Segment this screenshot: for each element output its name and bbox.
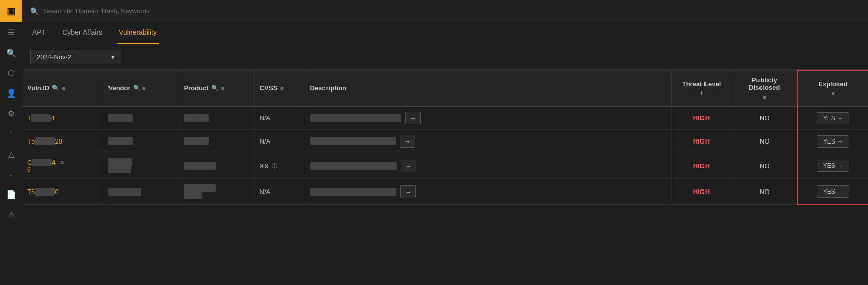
publicly-disclosed-filter-icon[interactable]: ≡ bbox=[763, 94, 766, 100]
cell-threat-1: HIGH bbox=[671, 107, 732, 130]
topbar-search-icon: 🔍 bbox=[30, 7, 39, 15]
download-icon[interactable]: ↓ bbox=[0, 164, 22, 184]
cell-product-2: M■■■■0 bbox=[179, 130, 254, 153]
cell-desc-2: Op■■■■■■■■■■■■d Vu■■■■ → bbox=[305, 130, 671, 153]
topbar: 🔍 bbox=[22, 0, 868, 22]
app-logo[interactable]: ▣ bbox=[0, 0, 22, 22]
cell-cvss-2: N/A bbox=[254, 130, 305, 153]
threat-badge-3: HIGH bbox=[693, 162, 710, 170]
th-threat-level-label: Threat Level bbox=[682, 80, 721, 88]
cell-product-4: A■■■■■■d vx■■■ bbox=[179, 179, 254, 205]
public-badge-2: NO bbox=[760, 137, 770, 145]
cell-vendor-3: F■■■■o N■■■ks bbox=[103, 153, 179, 179]
cell-vendor-4: Ar■■■■■ks bbox=[103, 179, 179, 205]
filter-row: 2024-Nov-2 ▾ bbox=[22, 44, 868, 70]
alert-icon[interactable]: ⚠ bbox=[0, 204, 22, 224]
date-dropdown[interactable]: 2024-Nov-2 ▾ bbox=[30, 50, 121, 64]
exploited-filter-icon[interactable]: ≡ bbox=[831, 90, 834, 97]
vuln-id-link-3[interactable]: C■■■■■4 bbox=[27, 159, 56, 166]
info-icon-3[interactable]: ⓘ bbox=[272, 162, 277, 170]
cell-public-1: NO bbox=[732, 107, 797, 130]
main-content: 🔍 APT Cyber Affairs Vulnerability 2024-N… bbox=[22, 0, 868, 285]
public-badge-3: NO bbox=[760, 162, 770, 170]
th-product: Product 🔍 ≡ bbox=[179, 70, 254, 107]
table-row: C■■■■■4 ⧉ 6 F■■■■o N■■■ks E■■■■■■n bbox=[22, 153, 868, 179]
th-cvss-label: CVSS bbox=[260, 84, 278, 92]
cell-cvss-4: N/A bbox=[254, 179, 305, 205]
vuln-id-link-4[interactable]: T5■■■■■0 bbox=[27, 188, 59, 196]
cell-exploit-1: YES → bbox=[797, 107, 868, 130]
th-exploited: Exploited ≡ bbox=[797, 70, 868, 107]
cell-public-4: NO bbox=[732, 179, 797, 205]
th-threat-level: Threat Level ⬇ bbox=[671, 70, 732, 107]
cell-desc-3: An■■■■■■■■■■■■in Pa■■■■ → bbox=[305, 153, 671, 179]
search-icon[interactable]: 🔍 bbox=[0, 42, 22, 63]
exploited-yes-btn-3[interactable]: YES → bbox=[817, 160, 849, 172]
desc-arrow-btn-1[interactable]: → bbox=[405, 112, 421, 124]
cvss-filter-icon[interactable]: ≡ bbox=[280, 85, 283, 91]
upload-icon[interactable]: ↑ bbox=[0, 123, 22, 144]
cell-public-2: NO bbox=[732, 130, 797, 153]
desc-arrow-btn-4[interactable]: → bbox=[400, 185, 416, 198]
list-icon[interactable]: ☰ bbox=[0, 22, 22, 42]
cell-vuln-id-2: T5■■■■■20 bbox=[22, 130, 103, 153]
th-description: Description bbox=[305, 70, 671, 107]
cell-product-3: E■■■■■■n bbox=[179, 153, 254, 179]
cell-vuln-id-4: T5■■■■■0 bbox=[22, 179, 103, 205]
public-badge-1: NO bbox=[760, 114, 770, 122]
th-vuln-id: Vuln.ID 🔍 ≡ bbox=[22, 70, 103, 107]
product-search-icon[interactable]: 🔍 bbox=[211, 85, 219, 91]
dropdown-arrow-icon: ▾ bbox=[111, 53, 115, 61]
vuln-id-filter-icon[interactable]: ≡ bbox=[62, 85, 65, 91]
search-input[interactable] bbox=[44, 7, 860, 15]
cell-vendor-1: Op■■■d bbox=[103, 107, 179, 130]
vuln-id-link-2[interactable]: T5■■■■■20 bbox=[27, 137, 62, 145]
table-row: T5■■■■■0 Ar■■■■■ks A■■■■■■d vx■■■ N/A Ar… bbox=[22, 179, 868, 205]
desc-arrow-btn-2[interactable]: → bbox=[400, 135, 415, 148]
cell-desc-4: Arr■■■■■■■■■■■■h Re■■■■ → bbox=[305, 179, 671, 205]
document-icon[interactable]: 📄 bbox=[0, 184, 22, 204]
threat-badge-1: HIGH bbox=[693, 114, 710, 122]
vuln-id-link-1[interactable]: T■■■■■4 bbox=[27, 114, 55, 122]
th-publicly-disclosed: Publicly Disclosed ≡ bbox=[732, 70, 797, 107]
cell-vuln-id-3: C■■■■■4 ⧉ 6 bbox=[22, 153, 103, 179]
exploited-yes-btn-4[interactable]: YES → bbox=[817, 185, 849, 198]
table-row: T■■■■■4 Op■■■d M■■■■0 N/A Op■■■■■■■■■■■■… bbox=[22, 107, 868, 130]
exploited-yes-btn-1[interactable]: YES → bbox=[817, 112, 849, 124]
vuln-id-search-icon[interactable]: 🔍 bbox=[52, 85, 59, 91]
nav-tabs: APT Cyber Affairs Vulnerability bbox=[22, 22, 868, 44]
settings-cog-icon[interactable]: ⚙ bbox=[0, 103, 22, 123]
cell-cvss-3: 9.9 ⓘ bbox=[254, 153, 305, 179]
tab-vulnerability[interactable]: Vulnerability bbox=[117, 22, 159, 44]
vendor-filter-icon[interactable]: ≡ bbox=[143, 85, 146, 91]
public-badge-4: NO bbox=[760, 188, 770, 196]
tab-apt[interactable]: APT bbox=[30, 22, 48, 44]
table-row: T5■■■■■20 Op■■■d M■■■■0 N/A Op■■■■■■■■■■… bbox=[22, 130, 868, 153]
cell-vuln-id-1: T■■■■■4 bbox=[22, 107, 103, 130]
date-value: 2024-Nov-2 bbox=[37, 53, 71, 61]
vendor-search-icon[interactable]: 🔍 bbox=[133, 85, 140, 91]
th-cvss: CVSS ≡ bbox=[254, 70, 305, 107]
cell-threat-4: HIGH bbox=[671, 179, 732, 205]
copy-icon-3[interactable]: ⧉ bbox=[60, 159, 64, 166]
cell-exploit-3: YES → bbox=[797, 153, 868, 179]
th-product-label: Product bbox=[184, 84, 209, 92]
tab-cyber-affairs[interactable]: Cyber Affairs bbox=[60, 22, 104, 44]
th-exploited-label: Exploited bbox=[818, 80, 848, 88]
product-filter-icon[interactable]: ≡ bbox=[221, 85, 224, 91]
cell-cvss-1: N/A bbox=[254, 107, 305, 130]
th-vendor-label: Vendor bbox=[108, 84, 131, 92]
triangle-icon[interactable]: △ bbox=[0, 144, 22, 164]
threat-badge-4: HIGH bbox=[693, 188, 710, 196]
network-icon[interactable]: ⬡ bbox=[0, 63, 22, 83]
exploited-yes-btn-2[interactable]: YES → bbox=[817, 135, 849, 148]
table-header-row: Vuln.ID 🔍 ≡ Vendor 🔍 ≡ bbox=[22, 70, 868, 107]
desc-arrow-btn-3[interactable]: → bbox=[401, 160, 416, 172]
cell-product-1: M■■■■0 bbox=[179, 107, 254, 130]
cell-threat-3: HIGH bbox=[671, 153, 732, 179]
th-publicly-disclosed-label: Publicly Disclosed bbox=[737, 76, 792, 91]
user-icon[interactable]: 👤 bbox=[0, 83, 22, 103]
threat-level-sort-icon[interactable]: ⬇ bbox=[699, 90, 703, 96]
cell-threat-2: HIGH bbox=[671, 130, 732, 153]
cell-vendor-2: Op■■■d bbox=[103, 130, 179, 153]
